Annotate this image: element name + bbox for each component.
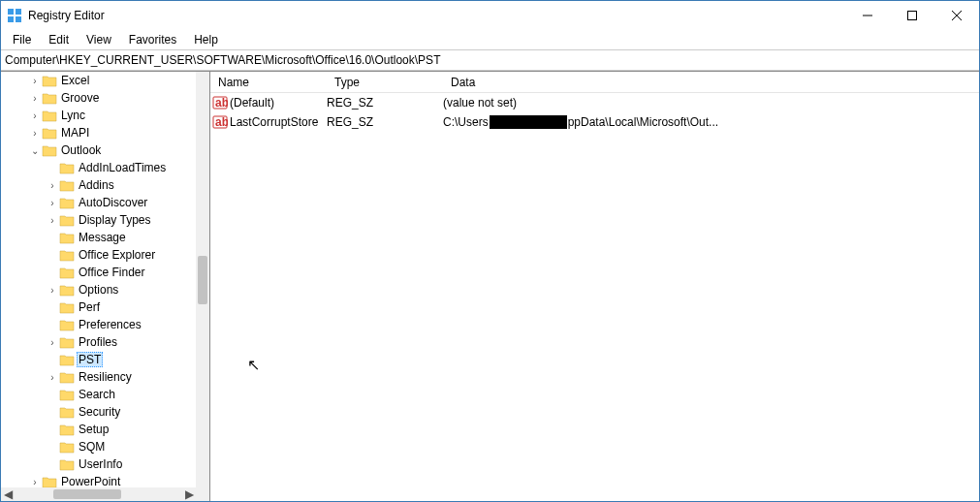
chevron-right-icon[interactable]: › <box>28 477 42 487</box>
tree-item[interactable]: ⌄Outlook <box>1 141 196 159</box>
string-value-icon: ab <box>210 95 230 110</box>
folder-icon <box>59 318 75 331</box>
folder-icon <box>42 126 57 140</box>
menu-view[interactable]: View <box>79 31 119 48</box>
folder-icon <box>59 266 75 279</box>
tree-item[interactable]: PST <box>1 351 196 368</box>
value-row[interactable]: abLastCorruptStoreREG_SZC:\UsersppData\L… <box>210 112 979 132</box>
tree-item[interactable]: Preferences <box>1 316 196 333</box>
tree-item[interactable]: UserInfo <box>1 455 196 473</box>
tree-item[interactable]: ›Addins <box>1 176 196 194</box>
maximize-button[interactable] <box>890 1 934 30</box>
chevron-right-icon[interactable]: › <box>46 285 59 296</box>
tree-item[interactable]: SQM <box>1 438 196 455</box>
chevron-right-icon[interactable]: › <box>28 128 42 139</box>
tree-item-label: SQM <box>77 440 107 454</box>
tree-item[interactable]: Office Finder <box>1 264 196 281</box>
tree-item-label: UserInfo <box>77 457 124 471</box>
menu-favorites[interactable]: Favorites <box>121 31 184 48</box>
folder-icon <box>42 475 57 487</box>
tree-vscrollbar[interactable] <box>196 72 209 487</box>
chevron-right-icon[interactable]: › <box>28 93 42 104</box>
title-bar: Registry Editor <box>1 1 979 30</box>
tree-item[interactable]: Office Explorer <box>1 246 196 264</box>
tree-item[interactable]: Search <box>1 386 196 403</box>
tree-item-label: PowerPoint <box>59 475 122 487</box>
tree-item-label: Search <box>77 388 117 401</box>
tree-item-label: Security <box>77 405 122 419</box>
svg-rect-0 <box>8 9 14 15</box>
folder-icon <box>59 335 75 349</box>
value-type: REG_SZ <box>327 96 443 110</box>
tree-item[interactable]: ›Display Types <box>1 211 196 229</box>
window-title: Registry Editor <box>28 9 105 22</box>
tree-item-label: Lync <box>59 109 87 122</box>
menu-bar: File Edit View Favorites Help <box>1 30 979 49</box>
tree-item-label: Options <box>77 283 120 297</box>
tree-item-label: Groove <box>59 91 101 105</box>
address-bar <box>1 49 979 71</box>
menu-edit[interactable]: Edit <box>41 31 77 48</box>
tree-item[interactable]: Security <box>1 403 196 421</box>
chevron-right-icon[interactable]: › <box>28 76 42 86</box>
app-icon <box>7 8 22 23</box>
chevron-right-icon[interactable]: › <box>28 110 42 121</box>
tree-item[interactable]: ›Lync <box>1 107 196 124</box>
tree-item[interactable]: ›Options <box>1 281 196 298</box>
tree-item[interactable]: Perf <box>1 298 196 316</box>
column-headers[interactable]: Name Type Data <box>210 72 979 93</box>
svg-rect-5 <box>908 12 917 20</box>
folder-icon <box>59 231 75 244</box>
tree-item[interactable]: Message <box>1 229 196 246</box>
folder-icon <box>42 91 57 105</box>
chevron-right-icon[interactable]: › <box>46 198 59 208</box>
chevron-right-icon[interactable]: › <box>46 180 59 191</box>
chevron-right-icon[interactable]: › <box>46 337 59 348</box>
close-button[interactable] <box>934 1 979 30</box>
tree-item-label: Preferences <box>77 318 143 331</box>
value-row[interactable]: ab(Default)REG_SZ(value not set) <box>210 93 979 112</box>
menu-file[interactable]: File <box>5 31 39 48</box>
tree-item[interactable]: ›Resiliency <box>1 368 196 386</box>
string-value-icon: ab <box>210 114 230 130</box>
folder-icon <box>59 283 75 297</box>
tree-item-label: Perf <box>77 300 102 314</box>
chevron-down-icon[interactable]: ⌄ <box>28 145 42 156</box>
folder-icon <box>59 370 75 384</box>
tree-item[interactable]: ›MAPI <box>1 124 196 141</box>
folder-icon <box>59 353 75 366</box>
tree-item[interactable]: ›Excel <box>1 72 196 89</box>
minimize-button[interactable] <box>845 1 890 30</box>
tree-item-label: AddInLoadTimes <box>77 161 168 174</box>
tree-item[interactable]: ›Groove <box>1 89 196 107</box>
registry-tree[interactable]: ›Excel›Groove›Lync›MAPI⌄OutlookAddInLoad… <box>1 72 196 487</box>
folder-icon <box>59 196 75 209</box>
col-type[interactable]: Type <box>327 76 443 89</box>
chevron-right-icon[interactable]: › <box>46 372 59 383</box>
folder-icon <box>59 178 75 192</box>
tree-item[interactable]: ›Profiles <box>1 333 196 351</box>
tree-item-label: Resiliency <box>77 370 134 384</box>
tree-item[interactable]: Setup <box>1 421 196 438</box>
folder-icon <box>59 213 75 227</box>
folder-icon <box>59 388 75 401</box>
tree-item[interactable]: ›PowerPoint <box>1 473 196 487</box>
chevron-right-icon[interactable]: › <box>46 215 59 226</box>
menu-help[interactable]: Help <box>186 31 226 48</box>
tree-item-label: Message <box>77 231 128 244</box>
value-data: C:\UsersppData\Local\Microsoft\Out... <box>443 115 979 129</box>
tree-item-label: PST <box>77 352 103 367</box>
tree-item[interactable]: AddInLoadTimes <box>1 159 196 176</box>
tree-item-label: Office Explorer <box>77 248 157 262</box>
tree-hscrollbar[interactable]: ◀▶ <box>1 487 196 501</box>
col-name[interactable]: Name <box>210 76 327 89</box>
value-data: (value not set) <box>443 96 979 110</box>
tree-item-label: Office Finder <box>77 266 146 279</box>
tree-item[interactable]: ›AutoDiscover <box>1 194 196 211</box>
address-input[interactable] <box>5 53 975 67</box>
tree-item-label: Profiles <box>77 335 119 349</box>
folder-icon <box>59 457 75 471</box>
folder-icon <box>59 405 75 419</box>
col-data[interactable]: Data <box>443 76 979 89</box>
tree-item-label: MAPI <box>59 126 91 140</box>
